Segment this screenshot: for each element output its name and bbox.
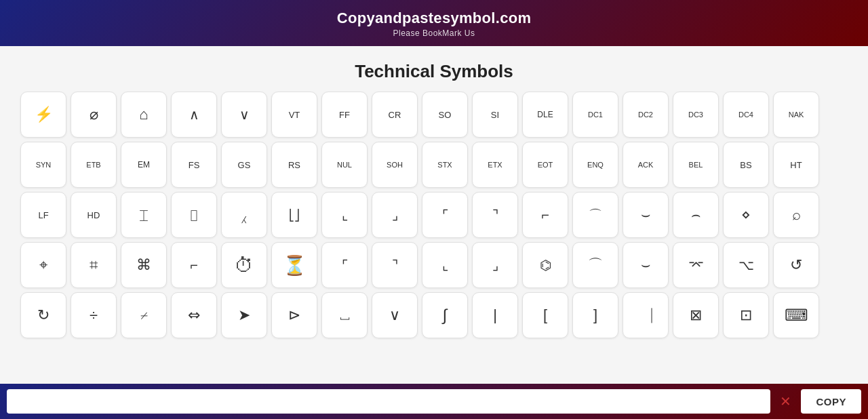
symbol-btn-60[interactable]: ⌣ — [623, 242, 669, 288]
symbol-btn-19[interactable]: FS — [171, 142, 217, 188]
symbol-btn-75[interactable]: ] — [572, 292, 618, 338]
symbol-btn-57[interactable]: ⌟ — [472, 242, 518, 288]
bottom-bar: ✕ COPY — [0, 384, 868, 419]
symbol-btn-73[interactable]: | — [472, 292, 518, 338]
symbol-btn-40[interactable]: ⌜ — [422, 192, 468, 238]
site-header: Copyandpastesymbol.com Please BookMark U… — [0, 0, 868, 46]
symbols-grid: ⚡⌀⌂∧∨VTFFCRSOSIDLEDC1DC2DC3DC4NAKSYNETBE… — [20, 92, 848, 338]
page-title: Technical Symbols — [0, 46, 868, 92]
symbol-btn-58[interactable]: ⌬ — [522, 242, 568, 288]
symbol-btn-32[interactable]: LF — [20, 192, 66, 238]
symbol-btn-1[interactable]: ⌀ — [71, 92, 117, 138]
symbol-btn-8[interactable]: SO — [422, 92, 468, 138]
symbol-btn-5[interactable]: VT — [271, 92, 317, 138]
symbol-btn-25[interactable]: ETX — [472, 142, 518, 188]
symbol-btn-15[interactable]: NAK — [773, 92, 819, 138]
symbol-btn-14[interactable]: DC4 — [723, 92, 769, 138]
symbol-btn-24[interactable]: STX — [422, 142, 468, 188]
symbol-btn-35[interactable]: ⌷ — [171, 192, 217, 238]
symbol-btn-79[interactable]: ⌨ — [773, 292, 819, 338]
symbol-btn-0[interactable]: ⚡ — [20, 92, 66, 138]
symbol-btn-9[interactable]: SI — [472, 92, 518, 138]
symbol-btn-34[interactable]: ⌶ — [121, 192, 167, 238]
symbol-btn-6[interactable]: FF — [321, 92, 368, 138]
symbol-btn-31[interactable]: HT — [773, 142, 819, 188]
symbol-btn-78[interactable]: ⊡ — [723, 292, 769, 338]
symbol-btn-42[interactable]: ⌐ — [522, 192, 568, 238]
symbol-btn-41[interactable]: ⌝ — [472, 192, 518, 238]
symbol-btn-22[interactable]: NUL — [321, 142, 368, 188]
symbol-btn-50[interactable]: ⌘ — [121, 242, 167, 288]
symbol-btn-36[interactable]: ⁁ — [221, 192, 267, 238]
symbol-btn-51[interactable]: ⌐ — [171, 242, 217, 288]
symbol-btn-46[interactable]: ⋄ — [723, 192, 769, 238]
symbol-btn-18[interactable]: EM — [121, 142, 167, 188]
copy-button[interactable]: COPY — [801, 389, 861, 414]
symbol-btn-7[interactable]: CR — [372, 92, 418, 138]
symbol-btn-55[interactable]: ⌝ — [372, 242, 418, 288]
symbol-btn-13[interactable]: DC3 — [673, 92, 719, 138]
symbol-btn-26[interactable]: EOT — [522, 142, 568, 188]
symbol-btn-76[interactable]: ⎹ — [623, 292, 669, 338]
symbol-btn-43[interactable]: ⌒ — [572, 192, 618, 238]
symbol-btn-11[interactable]: DC1 — [572, 92, 618, 138]
symbol-btn-3[interactable]: ∧ — [171, 92, 217, 138]
symbol-btn-64[interactable]: ↻ — [20, 292, 66, 338]
symbol-btn-72[interactable]: ∫ — [422, 292, 468, 338]
clear-button[interactable]: ✕ — [776, 395, 795, 408]
site-subtitle: Please BookMark Us — [14, 28, 854, 38]
symbol-btn-30[interactable]: BS — [723, 142, 769, 188]
symbol-btn-74[interactable]: [ — [522, 292, 568, 338]
symbol-btn-27[interactable]: ENQ — [572, 142, 618, 188]
symbol-btn-66[interactable]: ⌿ — [121, 292, 167, 338]
symbol-btn-16[interactable]: SYN — [20, 142, 66, 188]
symbol-btn-68[interactable]: ➤ — [221, 292, 267, 338]
symbol-btn-63[interactable]: ↺ — [773, 242, 819, 288]
symbol-btn-28[interactable]: ACK — [623, 142, 669, 188]
symbol-btn-56[interactable]: ⌞ — [422, 242, 468, 288]
symbol-btn-44[interactable]: ⌣ — [623, 192, 669, 238]
symbol-btn-65[interactable]: ÷ — [71, 292, 117, 338]
symbol-btn-70[interactable]: ⎵ — [321, 292, 368, 338]
symbol-btn-10[interactable]: DLE — [522, 92, 568, 138]
symbol-btn-53[interactable]: ⏳ — [271, 242, 317, 288]
symbol-btn-77[interactable]: ⊠ — [673, 292, 719, 338]
symbol-btn-52[interactable]: ⏱ — [221, 242, 267, 288]
symbol-btn-45[interactable]: ⌢ — [673, 192, 719, 238]
symbol-btn-62[interactable]: ⌥ — [723, 242, 769, 288]
symbol-btn-17[interactable]: ETB — [71, 142, 117, 188]
symbol-btn-29[interactable]: BEL — [673, 142, 719, 188]
symbol-btn-49[interactable]: ⌗ — [71, 242, 117, 288]
symbol-btn-37[interactable]: ⎣⎦ — [271, 192, 317, 238]
symbol-btn-69[interactable]: ⊳ — [271, 292, 317, 338]
symbol-btn-48[interactable]: ⌖ — [20, 242, 66, 288]
symbol-btn-61[interactable]: ⌤ — [673, 242, 719, 288]
symbol-btn-67[interactable]: ⇔ — [171, 292, 217, 338]
symbol-btn-59[interactable]: ⌒ — [572, 242, 618, 288]
copy-input[interactable] — [7, 389, 770, 414]
symbol-btn-38[interactable]: ⌞ — [321, 192, 368, 238]
symbol-btn-33[interactable]: HD — [71, 192, 117, 238]
symbol-btn-2[interactable]: ⌂ — [121, 92, 167, 138]
symbols-container: ⚡⌀⌂∧∨VTFFCRSOSIDLEDC1DC2DC3DC4NAKSYNETBE… — [0, 92, 868, 345]
symbol-btn-71[interactable]: ∨ — [372, 292, 418, 338]
symbol-btn-47[interactable]: ⌕ — [773, 192, 819, 238]
symbol-btn-12[interactable]: DC2 — [623, 92, 669, 138]
symbol-btn-20[interactable]: GS — [221, 142, 267, 188]
symbol-btn-54[interactable]: ⌜ — [321, 242, 368, 288]
symbol-btn-39[interactable]: ⌟ — [372, 192, 418, 238]
symbol-btn-23[interactable]: SOH — [372, 142, 418, 188]
symbol-btn-21[interactable]: RS — [271, 142, 317, 188]
site-title: Copyandpastesymbol.com — [14, 9, 854, 27]
symbol-btn-4[interactable]: ∨ — [221, 92, 267, 138]
